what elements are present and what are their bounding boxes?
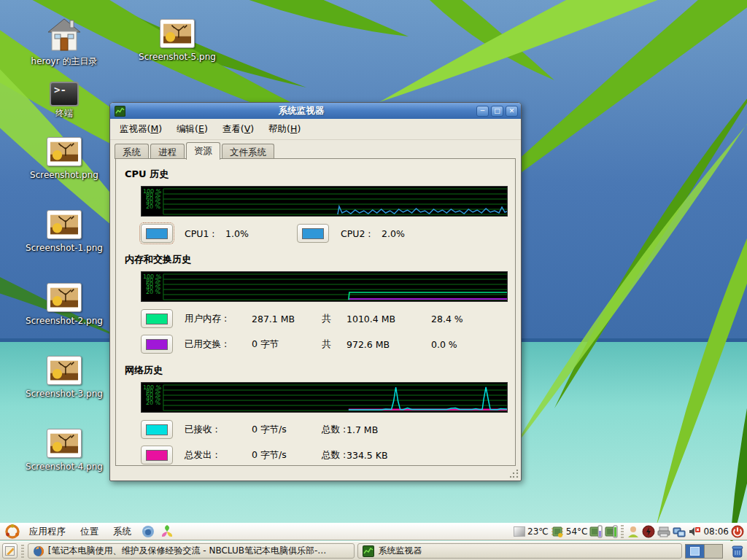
desktop-icon-screenshot[interactable]: Screenshot.png bbox=[24, 137, 104, 180]
window-titlebar[interactable]: 系统监视器 ─ □ ✕ bbox=[110, 103, 521, 119]
workspace-1[interactable] bbox=[686, 545, 704, 558]
places-menu[interactable]: 位置 bbox=[73, 524, 106, 540]
window-resize-grip[interactable] bbox=[510, 470, 519, 478]
system-monitor-window: 系统监视器 ─ □ ✕ 监视器(M) 编辑(E) 查看(V) 帮助(H) 系统 … bbox=[109, 102, 522, 481]
window-list-taskbar: [笔记本电脑使用、维护及保修经验交流 - NBCLUB笔记本电脑俱乐部-… 系统… bbox=[0, 541, 747, 560]
sent-color-button[interactable] bbox=[141, 446, 173, 464]
tab-processes[interactable]: 进程 bbox=[150, 144, 185, 159]
trash-applet-icon[interactable] bbox=[730, 544, 745, 559]
net-received-legend: 已接收 : 0 字节/s 总数 : 1.7 MB bbox=[141, 420, 508, 439]
maximize-button[interactable]: □ bbox=[491, 106, 503, 117]
swap-used-legend: 已用交换 : 0 字节 共 972.6 MB 0.0 % bbox=[141, 335, 508, 354]
received-color-button[interactable] bbox=[141, 420, 173, 439]
cpu-legend: CPU1 : 1.0% CPU2 : 2.0% bbox=[141, 224, 508, 243]
sent-color-swatch bbox=[146, 450, 168, 461]
distro-logo-icon[interactable] bbox=[5, 524, 20, 539]
sent-total-value: 334.5 KB bbox=[347, 450, 431, 461]
system-monitor-icon bbox=[115, 106, 125, 117]
desktop-icon-screenshot-1[interactable]: Screenshot-1.png bbox=[24, 210, 104, 253]
received-total-label: 总数 : bbox=[322, 424, 347, 436]
memory-label: 用户内存 : bbox=[185, 313, 252, 325]
received-color-swatch bbox=[146, 424, 168, 435]
taskbar-handle bbox=[21, 545, 24, 558]
cpu1-value: 1.0% bbox=[225, 228, 272, 239]
desktop-icon-screenshot-2[interactable]: Screenshot-2.png bbox=[24, 283, 104, 326]
sensor-applet-icon[interactable] bbox=[514, 526, 525, 537]
applications-menu[interactable]: 应用程序 bbox=[22, 524, 73, 540]
sent-label: 总发出 : bbox=[185, 449, 252, 462]
memory-color-swatch bbox=[146, 314, 168, 324]
swap-used-value: 0 字节 bbox=[252, 338, 322, 351]
cpu2-color-button[interactable] bbox=[297, 224, 329, 243]
home-folder-icon bbox=[45, 16, 83, 55]
tab-system[interactable]: 系统 bbox=[115, 144, 149, 159]
power-manager-icon[interactable] bbox=[642, 525, 655, 538]
memory-color-button[interactable] bbox=[141, 309, 173, 328]
task-button-label: [笔记本电脑使用、维护及保修经验交流 - NBCLUB笔记本电脑俱乐部-… bbox=[48, 545, 326, 557]
gnome-menu-panel: 应用程序 位置 系统 23℃ 54°C 08:06 bbox=[0, 523, 747, 540]
desktop-icon-screenshot-5[interactable]: Screenshot-5.png bbox=[137, 19, 217, 62]
cpu-history-section: CPU 历史 100 %80 % 60 %40 % 20 % bbox=[125, 168, 508, 243]
pinwheel-launcher-icon[interactable] bbox=[160, 524, 174, 539]
terminal-icon: >- bbox=[50, 82, 79, 106]
system-menu[interactable]: 系统 bbox=[106, 524, 139, 540]
cpu2-label: CPU2 : bbox=[341, 228, 382, 239]
close-button[interactable]: ✕ bbox=[506, 106, 518, 117]
user-switcher-icon[interactable] bbox=[627, 525, 640, 538]
task-button-label: 系统监视器 bbox=[378, 545, 422, 557]
cpu-chip-thermometer-icon[interactable] bbox=[551, 525, 564, 538]
memory-of-label: 共 bbox=[322, 313, 347, 325]
cpu-history-graph: 100 %80 % 60 %40 % 20 % bbox=[141, 186, 508, 217]
shutdown-button-icon[interactable] bbox=[731, 525, 744, 538]
image-thumbnail-icon bbox=[47, 429, 82, 458]
network-monitor-icon[interactable] bbox=[673, 525, 686, 538]
memory-history-section: 内存和交换历史 100 %80 % 60 %40 % 20 % bbox=[125, 253, 508, 354]
tab-resources[interactable]: 资源 bbox=[186, 142, 220, 160]
menu-view[interactable]: 查看(V) bbox=[216, 121, 260, 138]
desktop-icon-terminal[interactable]: >- 终端 bbox=[24, 82, 104, 118]
menu-edit[interactable]: 编辑(E) bbox=[170, 121, 214, 138]
network-history-graph: 100 %80 % 60 %40 % 20 % bbox=[141, 382, 508, 413]
desktop-icon-label: Screenshot-3.png bbox=[24, 389, 104, 399]
show-desktop-button[interactable] bbox=[2, 543, 18, 559]
desktop-icon-home[interactable]: heroyr 的主目录 bbox=[24, 16, 104, 66]
image-thumbnail-icon bbox=[47, 137, 82, 166]
browser-launcher-icon[interactable] bbox=[141, 524, 155, 539]
workspace-2[interactable] bbox=[704, 545, 722, 558]
battery-applet-icon[interactable] bbox=[605, 525, 618, 538]
received-total-value: 1.7 MB bbox=[347, 424, 431, 435]
minimize-button[interactable]: ─ bbox=[476, 106, 489, 117]
desktop-icon-screenshot-3[interactable]: Screenshot-3.png bbox=[24, 356, 104, 399]
volume-muted-icon[interactable] bbox=[688, 525, 701, 538]
resources-tab-page: CPU 历史 100 %80 % 60 %40 % 20 % bbox=[115, 158, 516, 466]
memory-history-graph: 100 %80 % 60 %40 % 20 % bbox=[141, 271, 508, 302]
memory-section-heading: 内存和交换历史 bbox=[125, 253, 508, 266]
desktop-icon-screenshot-4[interactable]: Screenshot-4.png bbox=[24, 429, 104, 472]
printer-icon[interactable] bbox=[657, 525, 670, 538]
cpu1-color-button[interactable] bbox=[141, 224, 173, 243]
desktop-icon-label: Screenshot-1.png bbox=[24, 244, 104, 253]
swap-of-label: 共 bbox=[322, 338, 347, 351]
swap-color-button[interactable] bbox=[141, 335, 173, 354]
swap-label: 已用交换 : bbox=[185, 338, 252, 351]
cpu-section-heading: CPU 历史 bbox=[125, 168, 508, 181]
sent-total-label: 总数 : bbox=[322, 449, 347, 462]
task-button-system-monitor[interactable]: 系统监视器 bbox=[357, 543, 682, 559]
received-label: 已接收 : bbox=[185, 424, 252, 436]
cpu1-color-swatch bbox=[146, 228, 168, 239]
memory-percent: 28.4 % bbox=[431, 314, 463, 324]
memory-total-value: 1010.4 MB bbox=[347, 314, 431, 324]
menu-monitor[interactable]: 监视器(M) bbox=[113, 121, 169, 138]
svg-text:20 %: 20 % bbox=[146, 289, 161, 295]
clock-applet[interactable]: 08:06 bbox=[703, 526, 729, 537]
desktop-icon-label: Screenshot-5.png bbox=[137, 52, 217, 62]
system-tray: 23℃ 54°C 08:06 bbox=[514, 525, 744, 538]
workspace-switcher bbox=[685, 544, 723, 559]
cpu-freq-applet-icon[interactable] bbox=[589, 525, 603, 538]
tab-filesystems[interactable]: 文件系统 bbox=[222, 144, 274, 159]
task-button-browser[interactable]: [笔记本电脑使用、维护及保修经验交流 - NBCLUB笔记本电脑俱乐部-… bbox=[28, 543, 355, 559]
network-history-section: 网络历史 100 %80 % 60 %40 % 20 % bbox=[125, 364, 508, 464]
image-thumbnail-icon bbox=[47, 356, 82, 385]
menu-help[interactable]: 帮助(H) bbox=[262, 121, 307, 138]
cpu2-color-swatch bbox=[302, 228, 324, 239]
